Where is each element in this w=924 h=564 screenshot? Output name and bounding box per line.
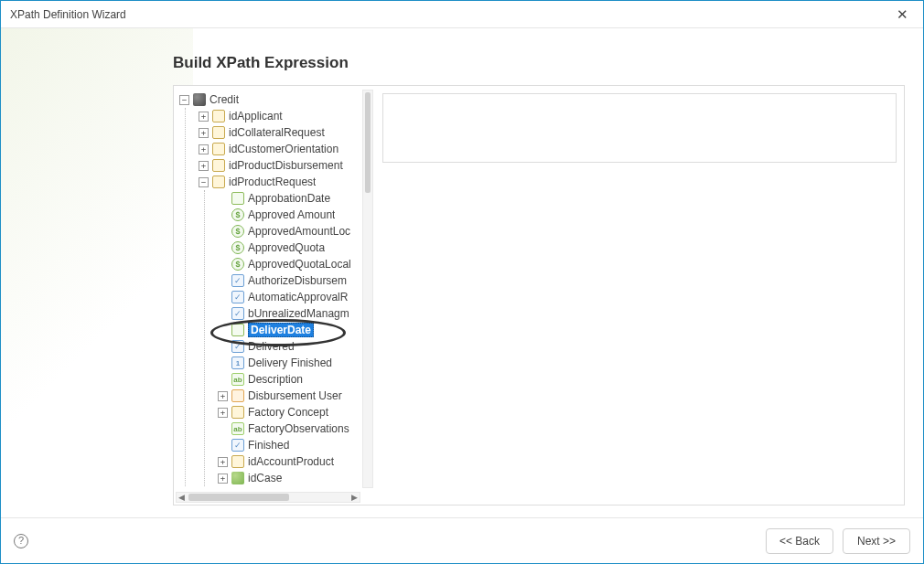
date-icon <box>231 192 244 205</box>
tree-label[interactable]: bUnrealizedManagm <box>248 307 349 320</box>
tree-label[interactable]: idProductRequest <box>229 176 316 188</box>
toggle-spacer <box>218 375 228 385</box>
folder-icon <box>212 126 225 139</box>
toggle-icon[interactable]: + <box>199 144 209 154</box>
scrollbar-thumb[interactable] <box>188 494 289 501</box>
tree-label[interactable]: Approved Amount <box>248 208 335 221</box>
tree-node: + idCustomerOrientation <box>199 141 360 157</box>
horizontal-scrollbar[interactable]: ◀ ▶ <box>176 492 360 503</box>
toggle-spacer <box>218 194 228 204</box>
toggle-icon[interactable]: + <box>199 128 209 138</box>
folder-icon <box>212 143 225 155</box>
window-title: XPath Definition Wizard <box>10 8 126 21</box>
tree-label[interactable]: Credit <box>210 93 239 106</box>
boolean-icon: ✓ <box>231 291 244 303</box>
toggle-spacer <box>218 243 228 253</box>
tree-label[interactable]: Description <box>248 373 303 386</box>
toggle-icon[interactable]: + <box>218 391 228 401</box>
boolean-icon: ✓ <box>231 439 244 452</box>
tree-node: + idProductDisbursement <box>199 157 360 174</box>
tree-leaf: + Factory Concept <box>218 404 360 420</box>
expression-input[interactable] <box>382 93 897 163</box>
tree-leaf: + idCase <box>218 470 360 486</box>
folder-icon <box>231 406 244 419</box>
toggle-spacer <box>218 293 228 303</box>
tree-pane: − Credit + idApplicant <box>174 86 375 505</box>
toggle-icon[interactable]: + <box>199 161 209 171</box>
text-icon: ab <box>231 422 244 435</box>
close-icon[interactable]: ✕ <box>891 6 914 23</box>
number-icon: 1 <box>231 356 244 369</box>
toggle-spacer <box>218 441 228 451</box>
tree-label[interactable]: Finished <box>248 439 289 452</box>
tree-label[interactable]: Disbursement User <box>248 389 342 402</box>
tree-leaf: $ ApprovedAmountLoc <box>218 223 360 239</box>
tree-label[interactable]: Delivered <box>248 340 295 353</box>
entity-icon <box>193 93 206 106</box>
scroll-right-icon[interactable]: ▶ <box>351 493 358 502</box>
tree-node: + idApplicant <box>199 108 360 124</box>
boolean-icon: ✓ <box>231 307 244 320</box>
toggle-spacer <box>218 276 228 286</box>
scroll-left-icon[interactable]: ◀ <box>178 493 185 502</box>
tree-label[interactable]: idAccountProduct <box>248 455 334 468</box>
scrollbar-thumb[interactable] <box>365 92 371 193</box>
toggle-spacer <box>218 210 228 220</box>
toggle-icon[interactable]: + <box>199 112 209 122</box>
currency-icon: $ <box>231 241 244 254</box>
currency-icon: $ <box>231 225 244 238</box>
tree-leaf: ✓ Finished <box>218 437 360 453</box>
tree-label[interactable]: idApplicant <box>229 110 283 122</box>
tree-label[interactable]: ApprovedAmountLoc <box>248 225 350 238</box>
help-icon[interactable]: ? <box>14 534 28 548</box>
tree-leaf: ✓ AutomaticApprovalR <box>218 289 360 305</box>
tree-leaf: ab FactoryObservations <box>218 420 360 437</box>
tree-leaf: + idAccountProduct <box>218 453 360 470</box>
page-title: Build XPath Expression <box>173 54 897 72</box>
toggle-icon[interactable]: + <box>218 408 228 418</box>
toggle-icon[interactable]: + <box>218 474 228 484</box>
tree-leaf: ✓ Delivered <box>218 338 360 355</box>
toggle-spacer <box>218 342 228 352</box>
tree-label[interactable]: ApprovedQuotaLocal <box>248 258 351 271</box>
toggle-spacer <box>218 325 228 335</box>
tree-leaf-selected: DeliverDate <box>218 322 360 338</box>
toggle-icon[interactable]: − <box>199 177 209 187</box>
boolean-icon: ✓ <box>231 274 244 287</box>
tree-scroll-area[interactable]: − Credit + idApplicant <box>179 91 360 490</box>
tree-label[interactable]: idCollateralRequest <box>229 126 325 139</box>
expression-pane <box>375 86 904 505</box>
currency-icon: $ <box>231 258 244 271</box>
tree-root: − Credit + idApplicant <box>179 91 360 486</box>
folder-icon <box>212 176 225 188</box>
tree-leaf: $ ApprovedQuotaLocal <box>218 256 360 272</box>
footer-bar: ? << Back Next >> <box>1 517 923 563</box>
tree-leaf: ✓ bUnrealizedManagm <box>218 305 360 322</box>
tree-label[interactable]: ApprovedQuota <box>248 241 325 254</box>
tree-label[interactable]: AuthorizeDisbursem <box>248 274 347 287</box>
entity-ref-icon <box>231 472 244 484</box>
vertical-scrollbar[interactable] <box>362 90 373 488</box>
date-icon <box>231 324 244 336</box>
tree-leaf: + Disbursement User <box>218 388 360 404</box>
toggle-icon[interactable]: + <box>218 457 228 467</box>
title-bar: XPath Definition Wizard ✕ <box>1 1 923 28</box>
back-button[interactable]: << Back <box>766 528 833 554</box>
tree-label[interactable]: FactoryObservations <box>248 422 349 435</box>
tree-label[interactable]: idCustomerOrientation <box>229 143 338 155</box>
tree-node-expanded: − idProductRequest ApprobationDa <box>199 174 360 486</box>
tree-label[interactable]: Factory Concept <box>248 406 328 419</box>
tree-label[interactable]: idProductDisbursement <box>229 159 343 172</box>
tree-label[interactable]: ApprobationDate <box>248 192 330 205</box>
text-icon: ab <box>231 373 244 386</box>
toggle-spacer <box>218 309 228 319</box>
folder-icon <box>212 110 225 122</box>
toggle-root[interactable]: − <box>179 95 189 105</box>
next-button[interactable]: Next >> <box>843 528 910 554</box>
tree-label-selected[interactable]: DeliverDate <box>248 323 314 337</box>
tree-label[interactable]: idCase <box>248 472 282 484</box>
tree-node: + idCollateralRequest <box>199 124 360 141</box>
toggle-spacer <box>218 424 228 434</box>
tree-label[interactable]: Delivery Finished <box>248 356 332 369</box>
tree-label[interactable]: AutomaticApprovalR <box>248 291 348 303</box>
